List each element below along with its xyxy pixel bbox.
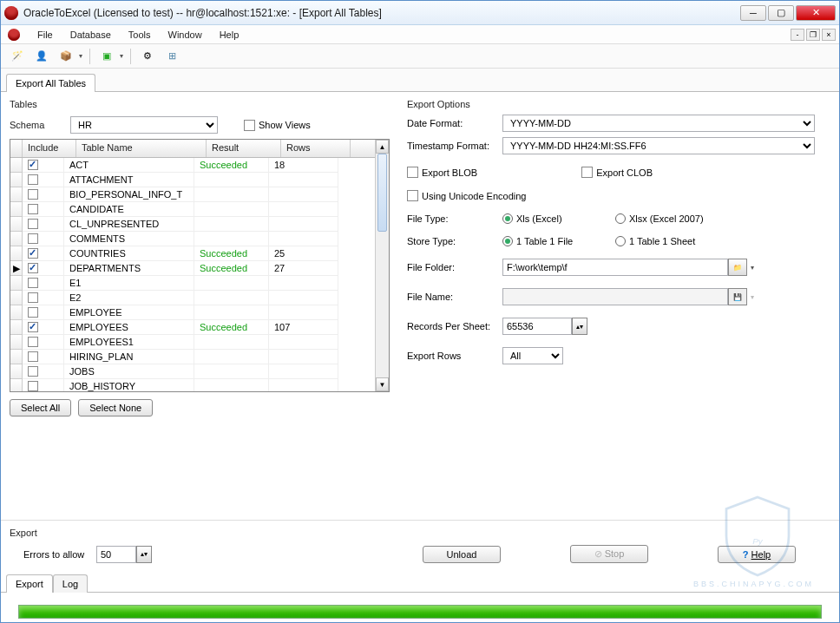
table-row[interactable]: JOB_HISTORY [10,379,375,391]
schema-select[interactable]: HR [70,116,218,134]
filename-label: File Name: [407,292,502,302]
scroll-thumb[interactable] [377,154,387,232]
watermark-text: BBS.CHINAPYG.COM [693,580,814,588]
table-row[interactable]: ACT Succeeded 18 [10,158,375,173]
select-none-button[interactable]: Select None [78,399,153,416]
options-icon[interactable]: ⚙ [138,47,157,66]
storetype-1sheet-radio[interactable]: 1 Table 1 Sheet [615,236,695,246]
unload-button[interactable]: Unload [423,546,501,563]
folder-input[interactable] [502,259,728,276]
exportrows-select[interactable]: All [502,347,563,364]
storetype-label: Store Type: [407,236,502,246]
export-label: Export [10,528,830,538]
errors-label: Errors to allow [10,549,96,560]
table-row[interactable]: E1 [10,276,375,291]
mdi-minimize[interactable]: - [791,29,804,41]
app-icon [4,6,18,20]
tab-export-all-tables[interactable]: Export All Tables [6,74,95,92]
table-row[interactable]: EMPLOYEES1 [10,335,375,350]
filetype-xlsx-radio[interactable]: Xlsx (Excel 2007) [615,213,704,224]
errors-spin[interactable]: ▴▾ [136,546,152,563]
filetype-label: File Type: [407,213,502,224]
window-title: OracleToExcel (Licensed to test) -- hr@l… [23,7,740,19]
browse-folder-button[interactable]: 📁 [728,259,747,276]
svg-text:Py: Py [752,536,764,546]
tables-label: Tables [10,99,390,109]
progress-bar [18,605,822,619]
table-row[interactable]: ATTACHMENT [10,173,375,187]
menu-help[interactable]: Help [213,28,246,42]
folder-dropdown[interactable]: ▾ [751,264,754,272]
wizard-icon[interactable]: 🪄 [8,47,27,66]
filetype-xls-radio[interactable]: Xls (Excel) [502,213,615,224]
person-icon[interactable]: 👤 [32,47,51,66]
errors-input[interactable] [96,546,136,563]
run-icon[interactable]: ▣ [97,47,116,66]
export-clob-checkbox[interactable]: Export CLOB [581,167,653,178]
rps-spin[interactable]: ▴▾ [572,318,587,335]
storetype-1file-radio[interactable]: 1 Table 1 File [502,236,615,246]
menu-database[interactable]: Database [63,28,118,42]
table-row[interactable]: EMPLOYEES Succeeded 107 [10,320,375,335]
menubar: File Database Tools Window Help - ❐ × [1,25,839,44]
tab-export[interactable]: Export [6,574,53,593]
exportrows-label: Export Rows [407,351,502,361]
app-menu-icon[interactable] [8,29,20,41]
table-row[interactable]: ▶ DEPARTMENTS Succeeded 27 [10,261,375,276]
titlebar[interactable]: OracleToExcel (Licensed to test) -- hr@l… [1,1,839,25]
mdi-close[interactable]: × [822,29,836,41]
table-row[interactable]: COUNTRIES Succeeded 25 [10,246,375,261]
document-tabs: Export All Tables [1,69,839,91]
minimize-button[interactable]: ─ [740,5,766,21]
browse-file-button: 💾 [728,288,747,305]
folder-label: File Folder: [407,262,502,272]
col-rows[interactable]: Rows [281,140,351,157]
scroll-down-button[interactable]: ▼ [376,377,389,391]
table-row[interactable]: HIRING_PLAN [10,350,375,364]
table-row[interactable]: CANDIDATE [10,202,375,217]
schema-label: Schema [10,120,70,130]
timestamp-format-label: Timestamp Format: [407,141,502,151]
export-options-label: Export Options [407,99,830,109]
filename-dropdown: ▾ [751,293,754,301]
table-row[interactable]: E2 [10,291,375,305]
col-result[interactable]: Result [207,140,281,157]
show-views-checkbox[interactable]: Show Views [244,120,311,131]
table-row[interactable]: COMMENTS [10,232,375,246]
select-all-button[interactable]: Select All [10,399,71,416]
table-row[interactable]: CL_UNPRESENTED [10,217,375,232]
close-button[interactable]: ✕ [796,5,836,21]
timestamp-format-select[interactable]: YYYY-MM-DD HH24:MI:SS.FF6 [502,137,815,154]
mdi-restore[interactable]: ❐ [806,29,820,41]
toolbar: 🪄 👤 📦▾ ▣▾ ⚙ ⊞ [1,44,839,69]
date-format-label: Date Format: [407,118,502,128]
rps-input[interactable] [502,318,572,335]
menu-window[interactable]: Window [161,28,209,42]
table-row[interactable]: EMPLOYEE [10,305,375,320]
tables-grid[interactable]: Include Table Name Result Rows ACT Succe… [10,139,390,392]
rps-label: Records Per Sheet: [407,321,502,331]
export-tables-icon[interactable]: 📦 [56,47,75,66]
menu-file[interactable]: File [30,28,60,42]
tab-log[interactable]: Log [53,574,88,593]
table-row[interactable]: BIO_PERSONAL_INFO_T [10,187,375,202]
unicode-checkbox[interactable]: Using Unicode Encoding [407,190,526,201]
date-format-select[interactable]: YYYY-MM-DD [502,115,815,132]
watermark-shield-icon: Py [719,493,797,580]
list-icon[interactable]: ⊞ [162,47,181,66]
scroll-up-button[interactable]: ▲ [376,140,389,154]
maximize-button[interactable]: ▢ [768,5,794,21]
stop-button: ⊘ Stop [570,545,648,563]
grid-scrollbar[interactable]: ▲ ▼ [375,140,389,391]
col-tablename[interactable]: Table Name [76,140,207,157]
col-include[interactable]: Include [23,140,76,157]
table-row[interactable]: JOBS [10,364,375,379]
filename-input[interactable] [502,288,728,305]
menu-tools[interactable]: Tools [121,28,158,42]
export-blob-checkbox[interactable]: Export BLOB [407,167,477,178]
